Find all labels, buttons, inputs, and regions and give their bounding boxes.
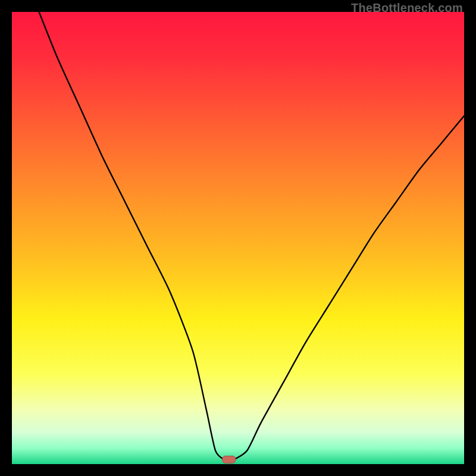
chart-svg [12, 12, 464, 464]
chart-plot-area [12, 12, 464, 464]
watermark-text: TheBottleneck.com [351, 1, 463, 15]
chart-frame: TheBottleneck.com [0, 0, 476, 476]
chart-background [12, 12, 464, 464]
optimal-point-marker [223, 456, 236, 463]
